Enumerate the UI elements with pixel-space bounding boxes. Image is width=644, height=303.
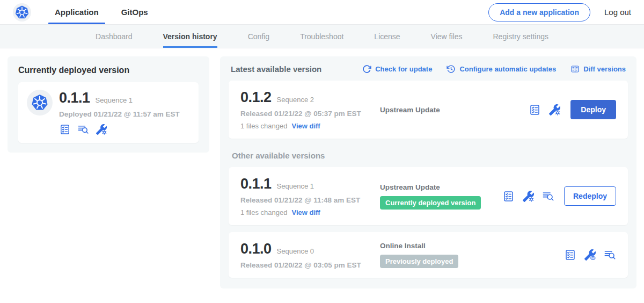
deployed-panel-title: Currently deployed version <box>18 66 199 75</box>
configure-automatic-updates-link[interactable]: Configure automatic updates <box>447 64 556 74</box>
app-subnav: Dashboard Version history Config Trouble… <box>0 25 644 48</box>
version-source: Upstream Update <box>380 106 529 114</box>
check-for-update-label: Check for update <box>375 65 432 73</box>
version-card-0-1-2: 0.1.2 Sequence 2 Released 01/21/22 @ 05:… <box>229 81 628 139</box>
app-logo <box>27 90 53 116</box>
previously-deployed-badge: Previously deployed <box>380 255 458 268</box>
latest-version-header: Latest available version Check for updat… <box>229 64 628 74</box>
released-timestamp: Released 01/20/22 @ 03:05 pm EST <box>240 261 380 269</box>
preflight-checks-icon[interactable] <box>502 190 515 203</box>
edit-config-icon[interactable] <box>96 124 107 135</box>
deployed-version-details: 0.1.1 Sequence 1 Deployed 01/21/22 @ 11:… <box>59 90 180 135</box>
files-changed-label: 1 files changed <box>240 208 287 217</box>
other-versions-title: Other available versions <box>232 151 625 160</box>
preflight-checks-icon[interactable] <box>529 104 541 116</box>
version-number: 0.1.1 <box>240 176 272 192</box>
version-details: 0.1.0 Sequence 0 Released 01/20/22 @ 03:… <box>240 241 380 269</box>
sequence-label: Sequence 0 <box>277 247 314 255</box>
main-content: Currently deployed version 0.1.1 Sequenc… <box>0 48 644 297</box>
subnav-dashboard[interactable]: Dashboard <box>96 25 133 48</box>
check-for-update-link[interactable]: Check for update <box>362 64 432 74</box>
tab-application-label: Application <box>55 8 99 17</box>
source-label: Upstream Update <box>380 106 529 114</box>
diff-versions-link[interactable]: Diff versions <box>570 64 626 74</box>
deploy-logs-icon[interactable] <box>604 249 616 261</box>
edit-config-icon[interactable] <box>548 104 561 116</box>
deploy-logs-icon[interactable] <box>542 190 554 203</box>
version-card-actions: Redeploy <box>502 186 616 206</box>
version-details: 0.1.2 Sequence 2 Released 01/21/22 @ 05:… <box>240 89 380 130</box>
currently-deployed-badge: Currently deployed version <box>380 196 481 210</box>
deployed-version-number: 0.1.1 <box>59 90 90 106</box>
subnav-registry-settings[interactable]: Registry settings <box>493 25 548 48</box>
files-changed-label: 1 files changed <box>240 122 287 130</box>
source-label: Online Install <box>380 242 564 250</box>
view-diff-link[interactable]: View diff <box>291 122 320 130</box>
configure-automatic-updates-label: Configure automatic updates <box>459 65 556 73</box>
version-history-panel: Latest available version Check for updat… <box>220 56 636 288</box>
released-timestamp: Released 01/21/22 @ 11:48 am EST <box>240 196 380 204</box>
version-card-0-1-0: 0.1.0 Sequence 0 Released 01/20/22 @ 03:… <box>229 232 628 278</box>
top-right-actions: Add a new application Log out <box>488 0 631 24</box>
tab-gitops[interactable]: GitOps <box>114 0 156 24</box>
logout-link[interactable]: Log out <box>604 8 631 17</box>
version-number: 0.1.0 <box>240 241 272 257</box>
refresh-icon <box>362 64 371 74</box>
version-actions: Check for update Configure automatic upd… <box>362 64 626 74</box>
subnav-view-files[interactable]: View files <box>431 25 463 48</box>
version-details: 0.1.1 Sequence 1 Released 01/21/22 @ 11:… <box>240 176 380 217</box>
deployed-version-actions <box>59 124 180 135</box>
redeploy-button[interactable]: Redeploy <box>564 186 616 206</box>
subnav-license[interactable]: License <box>374 25 400 48</box>
released-timestamp: Released 01/21/22 @ 05:37 pm EST <box>240 110 380 118</box>
subnav-config[interactable]: Config <box>248 25 269 48</box>
version-source: Online Install Previously deployed <box>380 242 564 268</box>
diff-versions-label: Diff versions <box>583 65 626 73</box>
top-navbar: Application GitOps Add a new application… <box>0 0 644 25</box>
deployed-timestamp: Deployed 01/21/22 @ 11:57 am EST <box>59 110 180 118</box>
edit-config-icon[interactable] <box>522 190 535 203</box>
version-source: Upstream Update Currently deployed versi… <box>380 183 502 210</box>
tab-application[interactable]: Application <box>47 0 106 24</box>
add-application-button[interactable]: Add a new application <box>488 3 590 21</box>
version-icon-group <box>564 249 616 261</box>
preflight-checks-icon[interactable] <box>59 124 71 135</box>
kubernetes-logo <box>13 3 31 21</box>
version-icon-group <box>529 104 561 116</box>
version-card-actions <box>564 249 616 261</box>
view-config-icon[interactable] <box>584 249 596 261</box>
deploy-button[interactable]: Deploy <box>570 100 616 119</box>
auto-update-icon <box>447 64 456 74</box>
version-icon-group <box>502 190 554 203</box>
currently-deployed-panel: Currently deployed version 0.1.1 Sequenc… <box>8 56 209 153</box>
sequence-label: Sequence 1 <box>277 182 314 190</box>
tab-gitops-label: GitOps <box>121 8 148 17</box>
deployed-sequence-label: Sequence 1 <box>96 96 133 104</box>
version-card-actions: Deploy <box>529 100 616 119</box>
latest-version-title: Latest available version <box>231 64 321 74</box>
subnav-version-history[interactable]: Version history <box>163 25 217 48</box>
sequence-label: Sequence 2 <box>277 96 314 104</box>
view-diff-link[interactable]: View diff <box>291 208 320 217</box>
source-label: Upstream Update <box>380 183 502 191</box>
version-card-0-1-1: 0.1.1 Sequence 1 Released 01/21/22 @ 11:… <box>229 167 628 225</box>
deploy-logs-icon[interactable] <box>77 124 89 135</box>
version-number: 0.1.2 <box>240 89 272 106</box>
subnav-troubleshoot[interactable]: Troubleshoot <box>300 25 343 48</box>
diff-icon <box>570 64 580 74</box>
preflight-checks-icon[interactable] <box>564 249 576 261</box>
deployed-version-card: 0.1.1 Sequence 1 Deployed 01/21/22 @ 11:… <box>18 82 199 143</box>
